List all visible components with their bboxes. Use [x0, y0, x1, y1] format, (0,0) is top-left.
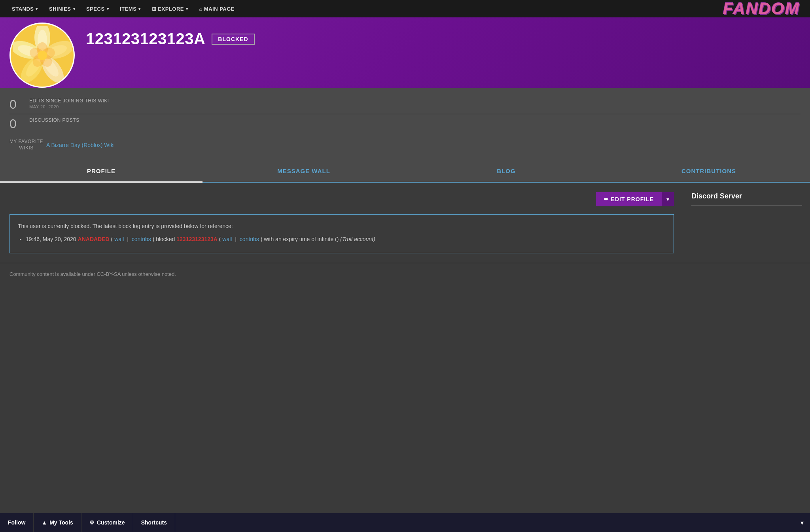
profile-header: 123123123123A BLOCKED	[0, 17, 810, 88]
home-icon: ⌂	[199, 6, 202, 12]
nav-items-chevron: ▾	[138, 7, 141, 11]
top-navigation: STANDS ▾ SHINIES ▾ SPECS ▾ ITEMS ▾ ⊞ EXP…	[0, 0, 810, 17]
discussion-label-group: DISCUSSION POSTS	[29, 117, 79, 123]
tab-contributions[interactable]: CONTRIBUTIONS	[608, 160, 810, 182]
shortcuts-label: Shortcuts	[141, 519, 167, 526]
footer-follow-button[interactable]: Follow	[0, 513, 34, 532]
profile-info: 123123123123A BLOCKED	[75, 25, 255, 48]
nav-shinies[interactable]: SHINIES ▾	[44, 0, 81, 17]
edits-count: 0	[9, 98, 25, 111]
blocked-contribs-link[interactable]: contribs	[240, 236, 259, 242]
block-notice-list: 19:46, May 20, 2020 ANADADED ( wall | co…	[26, 235, 666, 243]
block-notice: This user is currently blocked. The late…	[9, 214, 674, 253]
fav-wiki-link[interactable]: A Bizarre Day (Roblox) Wiki	[46, 142, 115, 148]
my-tools-label: My Tools	[49, 519, 73, 526]
nav-stands-label: STANDS	[12, 6, 34, 12]
follow-label: Follow	[8, 519, 25, 526]
edits-date: MAY 20, 2020	[29, 104, 109, 109]
gear-icon: ⚙	[89, 519, 95, 526]
nav-main-page-label: MAIN PAGE	[204, 6, 235, 12]
edit-profile-row: ✏ EDIT PROFILE ▾	[9, 192, 674, 206]
nav-items-label: ITEMS	[120, 6, 136, 12]
nav-items[interactable]: ITEMS ▾	[114, 0, 146, 17]
discord-title: Discord Server	[691, 192, 802, 200]
discord-section: Discord Server	[691, 192, 802, 206]
block-entry-time: 19:46, May 20, 2020	[26, 236, 78, 242]
username-row: 123123123123A BLOCKED	[86, 30, 255, 48]
customize-label: Customize	[97, 519, 125, 526]
chevron-right-icon: ▾	[801, 519, 804, 526]
avatar-image	[13, 26, 72, 85]
profile-tabs: PROFILE MESSAGE WALL BLOG CONTRIBUTIONS	[0, 160, 810, 183]
block-separator-close: ) blocked	[153, 236, 177, 242]
fav-wikis-label: MY FAVORITEWIKIS	[9, 139, 43, 151]
profile-stats-section: 0 EDITS SINCE JOINING THIS WIKI MAY 20, …	[0, 88, 810, 160]
footer-expand-button[interactable]: ▾	[794, 513, 810, 532]
nav-specs-chevron: ▾	[107, 7, 109, 11]
nav-explore-chevron: ▾	[186, 7, 188, 11]
blocker-contribs-link[interactable]: contribs	[132, 236, 151, 242]
nav-main-page[interactable]: ⌂ MAIN PAGE	[193, 0, 240, 17]
profile-username: 123123123123A	[86, 30, 205, 48]
edits-label: EDITS SINCE JOINING THIS WIKI	[29, 98, 109, 104]
blocked-badge: BLOCKED	[212, 34, 254, 45]
edit-profile-dropdown-button[interactable]: ▾	[662, 192, 674, 206]
nav-specs[interactable]: SPECS ▾	[81, 0, 114, 17]
nav-explore[interactable]: ⊞ EXPLORE ▾	[146, 0, 194, 17]
pipe-separator: |	[127, 236, 129, 242]
nav-specs-label: SPECS	[86, 6, 105, 12]
pipe-separator2: |	[235, 236, 237, 242]
edit-profile-button[interactable]: ✏ EDIT PROFILE	[596, 192, 662, 206]
footer-customize-button[interactable]: ⚙ Customize	[81, 513, 133, 532]
edits-label-group: EDITS SINCE JOINING THIS WIKI MAY 20, 20…	[29, 98, 109, 109]
explore-icon: ⊞	[152, 6, 157, 12]
content-left: ✏ EDIT PROFILE ▾ This user is currently …	[0, 183, 683, 263]
blocker-wall-link[interactable]: wall	[114, 236, 124, 242]
tab-message-wall[interactable]: MESSAGE WALL	[202, 160, 405, 182]
tab-profile[interactable]: PROFILE	[0, 160, 202, 183]
nav-shinies-chevron: ▾	[73, 7, 76, 11]
footer-my-tools-button[interactable]: ▲ My Tools	[34, 513, 81, 532]
dropdown-chevron-icon: ▾	[666, 196, 669, 202]
fav-wikis-row: MY FAVORITEWIKIS A Bizarre Day (Roblox) …	[9, 133, 801, 153]
discussion-count: 0	[9, 117, 25, 130]
avatar	[9, 23, 75, 88]
up-arrow-icon: ▲	[42, 519, 47, 526]
footer-bar: Follow ▲ My Tools ⚙ Customize Shortcuts …	[0, 513, 810, 532]
block-notice-intro: This user is currently blocked. The late…	[18, 223, 233, 229]
block-reason: (Troll account)	[340, 236, 375, 242]
nav-explore-label: EXPLORE	[158, 6, 184, 12]
edits-stat-row: 0 EDITS SINCE JOINING THIS WIKI MAY 20, …	[9, 95, 801, 114]
main-content: ✏ EDIT PROFILE ▾ This user is currently …	[0, 183, 810, 263]
blocked-username-link[interactable]: 123123123123A	[176, 236, 218, 242]
discord-divider	[691, 205, 802, 206]
svg-point-18	[38, 51, 47, 60]
block-separator-open2: (	[219, 236, 221, 242]
block-expiry-text: ) with an expiry time of infinite ()	[261, 236, 341, 242]
community-text: Community content is available under CC-…	[0, 263, 810, 285]
nav-stands-chevron: ▾	[36, 7, 38, 11]
block-separator-open: (	[111, 236, 113, 242]
footer-shortcuts-button[interactable]: Shortcuts	[133, 513, 175, 532]
nav-shinies-label: SHINIES	[49, 6, 71, 12]
tab-blog[interactable]: BLOG	[405, 160, 608, 182]
blocked-wall-link[interactable]: wall	[222, 236, 232, 242]
blocker-username-link[interactable]: ANADADED	[78, 236, 110, 242]
block-entry: 19:46, May 20, 2020 ANADADED ( wall | co…	[26, 235, 666, 243]
fandom-logo: FANDOM	[723, 0, 804, 18]
discussion-label: DISCUSSION POSTS	[29, 117, 79, 123]
discussion-stat-row: 0 DISCUSSION POSTS	[9, 114, 801, 133]
content-right: Discord Server	[683, 183, 810, 263]
nav-stands[interactable]: STANDS ▾	[6, 0, 44, 17]
